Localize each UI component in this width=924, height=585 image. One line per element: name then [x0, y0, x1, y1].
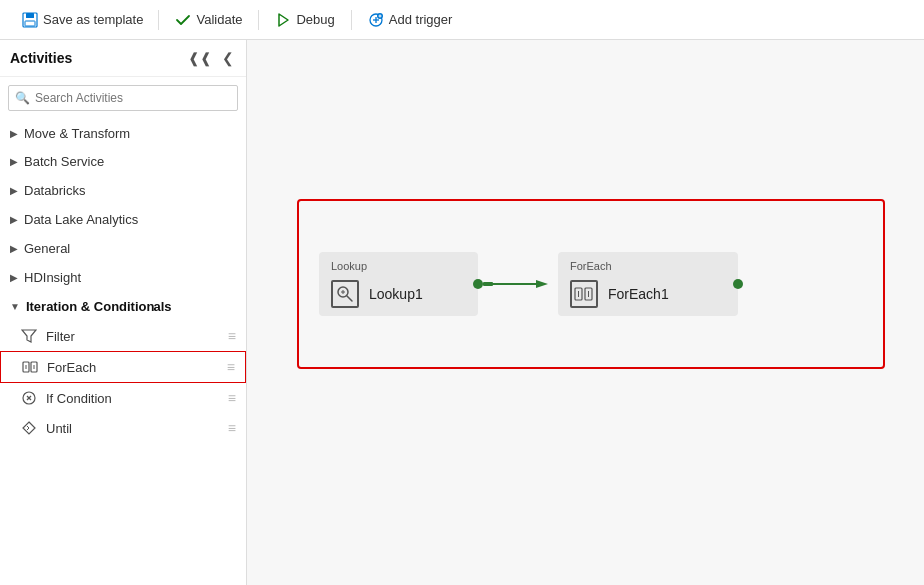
sidebar-item-iteration[interactable]: ▼ Iteration & Conditionals [0, 292, 246, 321]
sidebar-items: ▶ Move & Transform ▶ Batch Service ▶ Dat… [0, 119, 246, 585]
sidebar-header-icons: ❰❰ ❮ [186, 48, 236, 68]
search-icon: 🔍 [15, 91, 30, 105]
sidebar-item-label: Move & Transform [24, 126, 130, 141]
foreach-output-dot [733, 279, 743, 289]
sub-item-label: If Condition [46, 391, 112, 406]
debug-icon [275, 12, 291, 28]
chevron-left-icon[interactable]: ❮ [220, 48, 236, 68]
foreach-name: ForEach1 [608, 286, 669, 302]
sidebar-item-data-lake[interactable]: ▶ Data Lake Analytics [0, 205, 246, 234]
arrow-icon: ▶ [10, 128, 18, 139]
svg-line-19 [347, 296, 352, 301]
debug-button[interactable]: Debug [265, 8, 344, 32]
drag-handle-icon: ≡ [228, 420, 236, 436]
sub-item-filter[interactable]: Filter ≡ [0, 321, 246, 351]
sub-item-foreach[interactable]: ForEach ≡ [0, 351, 246, 383]
sidebar-item-move-transform[interactable]: ▶ Move & Transform [0, 119, 246, 147]
until-icon [20, 419, 38, 437]
sidebar-item-label: HDInsight [24, 270, 81, 285]
add-trigger-button[interactable]: Add trigger [358, 8, 462, 32]
lookup-node[interactable]: Lookup Lookup1 [319, 252, 478, 316]
lookup-icon [331, 280, 359, 308]
pipeline-container: Lookup Lookup1 [297, 199, 885, 369]
lookup-name: Lookup1 [369, 286, 423, 302]
sidebar-header: Activities ❰❰ ❮ [0, 40, 246, 77]
save-template-button[interactable]: Save as template [12, 8, 153, 32]
arrow-icon: ▶ [10, 156, 18, 167]
drag-handle-icon: ≡ [227, 359, 235, 375]
divider1 [158, 10, 159, 30]
sidebar-item-databricks[interactable]: ▶ Databricks [0, 176, 246, 205]
drag-handle-icon: ≡ [228, 390, 236, 406]
search-box: 🔍 [8, 85, 238, 111]
sub-item-label: Until [46, 421, 72, 436]
save-template-label: Save as template [43, 12, 143, 27]
search-input[interactable] [8, 85, 238, 111]
arrow-icon: ▶ [10, 272, 18, 283]
save-template-icon [22, 12, 38, 28]
sub-item-label: Filter [46, 329, 75, 344]
foreach-content: ForEach1 [570, 280, 726, 308]
sidebar-item-label: Databricks [24, 183, 85, 198]
sidebar-item-label: General [24, 241, 70, 256]
add-trigger-label: Add trigger [389, 12, 453, 27]
filter-icon [20, 327, 38, 345]
foreach-type-label: ForEach [570, 260, 726, 272]
arrow-icon: ▶ [10, 214, 18, 225]
lookup-content: Lookup1 [331, 280, 466, 308]
validate-icon [175, 12, 191, 28]
foreach-node[interactable]: ForEach ForEach1 [558, 252, 738, 316]
sidebar-item-label: Data Lake Analytics [24, 212, 138, 227]
validate-label: Validate [196, 12, 242, 27]
canvas[interactable]: Lookup Lookup1 [247, 40, 924, 585]
svg-rect-1 [26, 13, 34, 18]
sidebar-item-hdinsight[interactable]: ▶ HDInsight [0, 263, 246, 292]
foreach-node-icon [570, 280, 598, 308]
sidebar-item-label: Iteration & Conditionals [26, 299, 172, 314]
add-trigger-icon [368, 12, 384, 28]
lookup-type-label: Lookup [331, 260, 466, 272]
sub-items: Filter ≡ ForEach ≡ [0, 321, 246, 442]
svg-rect-22 [483, 282, 493, 286]
divider2 [258, 10, 259, 30]
drag-handle-icon: ≡ [228, 328, 236, 344]
connector [478, 269, 558, 299]
sidebar-item-label: Batch Service [24, 154, 104, 169]
debug-label: Debug [296, 12, 334, 27]
svg-marker-24 [536, 280, 548, 288]
if-condition-icon [20, 389, 38, 407]
svg-marker-10 [22, 330, 36, 342]
svg-marker-3 [279, 14, 288, 26]
divider3 [351, 10, 352, 30]
sidebar: Activities ❰❰ ❮ 🔍 ▶ Move & Transform ▶ B… [0, 40, 247, 585]
sub-item-label: ForEach [47, 360, 96, 375]
connector-svg [478, 269, 558, 299]
arrow-icon: ▶ [10, 185, 18, 196]
toolbar: Save as template Validate Debug [0, 0, 924, 40]
collapse-icon[interactable]: ❰❰ [186, 48, 214, 68]
sidebar-item-batch-service[interactable]: ▶ Batch Service [0, 147, 246, 176]
arrow-icon: ▼ [10, 301, 20, 312]
foreach-icon [21, 358, 39, 376]
arrow-icon: ▶ [10, 243, 18, 254]
validate-button[interactable]: Validate [165, 8, 252, 32]
sub-item-if-condition[interactable]: If Condition ≡ [0, 383, 246, 413]
svg-rect-2 [25, 21, 35, 26]
sub-item-until[interactable]: Until ≡ [0, 413, 246, 442]
main-container: Activities ❰❰ ❮ 🔍 ▶ Move & Transform ▶ B… [0, 40, 924, 585]
sidebar-title: Activities [10, 50, 72, 66]
lookup-output-dot [473, 279, 483, 289]
sidebar-item-general[interactable]: ▶ General [0, 234, 246, 263]
